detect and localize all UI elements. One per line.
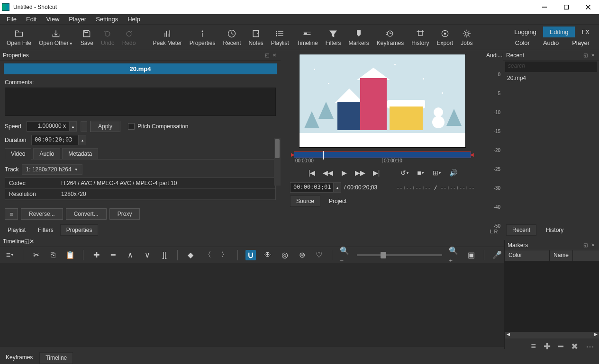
- properties-scrollbar[interactable]: [274, 138, 281, 186]
- zoom-in-button[interactable]: 🔍₊: [449, 250, 459, 260]
- skip-end-button[interactable]: ▶|: [372, 168, 381, 178]
- copy-button[interactable]: ⎘: [48, 250, 58, 260]
- proxy-button[interactable]: Proxy: [109, 208, 140, 220]
- ripple-all-button[interactable]: ⊛: [297, 250, 307, 260]
- markers-list[interactable]: [505, 261, 599, 332]
- project-tab[interactable]: Project: [323, 196, 352, 206]
- markers-clear-button[interactable]: ✖: [571, 341, 578, 352]
- undo-button[interactable]: Undo: [97, 25, 118, 50]
- playlist-button[interactable]: Playlist: [267, 25, 293, 50]
- tab-audio[interactable]: Audio: [33, 148, 60, 159]
- grid-button[interactable]: ⊞▼: [432, 168, 442, 178]
- timeline-button[interactable]: Timeline: [293, 25, 322, 50]
- zoom-fit-button[interactable]: ▣: [466, 250, 476, 260]
- export-button[interactable]: Export: [433, 25, 457, 50]
- open-other-button[interactable]: Open Other▼: [35, 25, 77, 50]
- jobs-button[interactable]: Jobs: [457, 25, 476, 50]
- menu-view[interactable]: View: [41, 15, 64, 24]
- source-tab[interactable]: Source: [290, 195, 320, 207]
- dock-playlist[interactable]: Playlist: [2, 225, 31, 235]
- ripple-button[interactable]: ◎: [280, 250, 290, 260]
- dock-keyframes[interactable]: Keyframes: [0, 352, 38, 364]
- speed-input[interactable]: 1.000000 x: [27, 121, 69, 132]
- convert-button[interactable]: Convert...: [66, 208, 107, 220]
- split-button[interactable]: ][: [159, 250, 170, 260]
- history-tab[interactable]: History: [540, 225, 569, 235]
- video-preview[interactable]: [299, 54, 466, 148]
- markers-col-color[interactable]: Color: [505, 250, 550, 261]
- scrub-bar[interactable]: ▶ ◀: [294, 151, 471, 158]
- layout-fx[interactable]: FX: [575, 27, 596, 37]
- snap-button[interactable]: [245, 250, 256, 260]
- save-button[interactable]: Save: [77, 25, 97, 50]
- markers-remove-button[interactable]: ━: [558, 341, 563, 352]
- duration-input[interactable]: 00:00:20;03: [31, 135, 79, 145]
- panel-float-icon[interactable]: ◱: [502, 52, 503, 59]
- menu-settings[interactable]: Settings: [91, 15, 123, 24]
- menu-player[interactable]: Player: [64, 15, 91, 24]
- dock-properties[interactable]: Properties: [60, 224, 99, 236]
- zoom-fit-button[interactable]: ■▼: [416, 168, 426, 178]
- track-select[interactable]: 1: 1280x720 h264▼: [22, 164, 82, 175]
- play-button[interactable]: ▶: [339, 168, 349, 178]
- tab-metadata[interactable]: Metadata: [62, 148, 98, 159]
- panel-close-icon[interactable]: ✕: [590, 242, 596, 249]
- pitch-comp-checkbox[interactable]: [128, 123, 135, 130]
- timecode-input[interactable]: 00:00:03;01: [290, 182, 334, 193]
- zoom-out-button[interactable]: 🔍₋: [340, 250, 350, 260]
- markers-hscroll[interactable]: ◀▶: [505, 332, 599, 338]
- scrub-audio-button[interactable]: 👁: [263, 250, 273, 260]
- lift-button[interactable]: ∧: [125, 250, 136, 260]
- reverse-button[interactable]: Reverse...: [21, 208, 63, 220]
- layout-audio[interactable]: Audio: [536, 37, 565, 48]
- recent-item[interactable]: 20.mp4: [503, 73, 599, 83]
- panel-close-icon[interactable]: ✕: [29, 238, 34, 245]
- panel-float-icon[interactable]: ◱: [582, 52, 589, 59]
- ripple-markers-button[interactable]: ♡: [314, 250, 324, 260]
- panel-float-icon[interactable]: ◱: [263, 52, 270, 59]
- tab-video[interactable]: Video: [5, 148, 31, 160]
- speed-spinner[interactable]: ▴: [69, 121, 77, 132]
- recent-search-input[interactable]: search: [505, 62, 597, 72]
- panel-close-icon[interactable]: ✕: [271, 52, 278, 59]
- menu-file[interactable]: File: [2, 15, 21, 24]
- recent-button[interactable]: Recent: [219, 25, 245, 50]
- timecode-spinner[interactable]: ▴: [334, 182, 341, 193]
- paste-button[interactable]: 📋: [65, 250, 75, 260]
- menu-edit[interactable]: Edit: [21, 15, 41, 24]
- speed-slider[interactable]: [81, 121, 87, 132]
- apply-button[interactable]: Apply: [90, 121, 120, 132]
- dock-filters[interactable]: Filters: [32, 225, 59, 235]
- panel-float-icon[interactable]: ◱: [24, 238, 29, 245]
- peak-meter-button[interactable]: Peak Meter: [149, 25, 185, 50]
- properties-button[interactable]: Properties: [186, 25, 219, 50]
- markers-col-name[interactable]: Name: [550, 250, 573, 261]
- layout-editing[interactable]: Editing: [543, 27, 575, 37]
- markers-button[interactable]: Markers: [345, 25, 372, 50]
- zoom-slider[interactable]: [357, 254, 442, 256]
- record-audio-button[interactable]: 🎤: [492, 250, 502, 260]
- overwrite-button[interactable]: ∨: [142, 250, 153, 260]
- panel-float-icon[interactable]: ◱: [582, 242, 589, 249]
- loop-button[interactable]: ↺▼: [400, 168, 409, 178]
- notes-button[interactable]: Notes: [245, 25, 267, 50]
- timeline-menu-button[interactable]: ≡▼: [5, 250, 15, 260]
- cut-button[interactable]: ✂: [31, 250, 41, 260]
- prev-marker-button[interactable]: 〈: [202, 250, 213, 260]
- rewind-button[interactable]: ◀◀: [323, 168, 333, 178]
- close-button[interactable]: [577, 0, 599, 14]
- history-button[interactable]: History: [408, 25, 433, 50]
- append-button[interactable]: ✚: [91, 250, 101, 260]
- filters-button[interactable]: Filters: [322, 25, 345, 50]
- properties-menu-button[interactable]: ≡: [5, 208, 18, 220]
- menu-help[interactable]: Help: [123, 15, 145, 24]
- minimize-button[interactable]: [534, 0, 555, 14]
- markers-menu-button[interactable]: ≡: [531, 341, 536, 352]
- next-marker-button[interactable]: 〉: [219, 250, 230, 260]
- remove-button[interactable]: ━: [108, 250, 118, 260]
- duration-spinner[interactable]: ▴: [79, 135, 86, 145]
- panel-close-icon[interactable]: ✕: [590, 52, 596, 59]
- markers-more-button[interactable]: ⋯: [586, 341, 594, 352]
- skip-start-button[interactable]: |◀: [307, 168, 317, 178]
- recent-tab[interactable]: Recent: [506, 224, 536, 236]
